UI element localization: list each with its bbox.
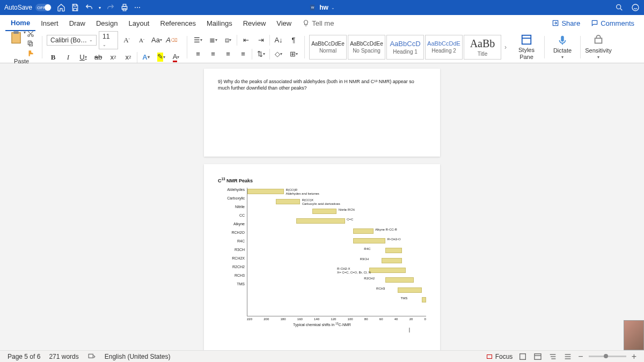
- quick-access-toolbar: ▾ ⋯: [57, 3, 142, 12]
- home-icon[interactable]: [57, 3, 65, 12]
- comments-label: Comments: [601, 19, 634, 27]
- highlight-button[interactable]: ✎ ▾: [155, 51, 167, 63]
- search-icon[interactable]: [615, 3, 624, 12]
- svg-rect-15: [522, 35, 531, 45]
- borders-button[interactable]: ⊞ ▾: [287, 48, 300, 60]
- style-heading-1[interactable]: AaBbCcDHeading 1: [386, 35, 424, 60]
- undo-chevron-icon[interactable]: ▾: [99, 5, 101, 10]
- document-area: 9) Why do the peaks of associated with a…: [0, 63, 644, 350]
- page-6[interactable]: C13 NMR Peaks Aldehydes Carboxylic Nitri…: [204, 164, 440, 350]
- underline-button[interactable]: U ▾: [77, 51, 90, 63]
- numbering-button[interactable]: ≣ ▾: [207, 34, 219, 46]
- grow-font-button[interactable]: Aˆ: [120, 34, 133, 46]
- subscript-button[interactable]: x2: [107, 51, 120, 63]
- toggle-pill[interactable]: OFF: [35, 4, 52, 11]
- zoom-in-button[interactable]: +: [632, 352, 636, 361]
- video-thumbnail[interactable]: [624, 320, 644, 350]
- chart-annotation: R2CH2: [364, 277, 375, 280]
- font-name-select[interactable]: Calibri (Bo…⌄: [47, 35, 97, 46]
- tab-design[interactable]: Design: [91, 15, 123, 31]
- paste-button[interactable]: ▾ Paste: [5, 30, 38, 64]
- spellcheck-icon[interactable]: [87, 353, 96, 360]
- tell-me[interactable]: Tell me: [297, 15, 339, 31]
- align-center-button[interactable]: ≡: [207, 48, 219, 60]
- tab-home[interactable]: Home: [5, 15, 35, 31]
- focus-mode[interactable]: Focus: [486, 353, 513, 360]
- word-count[interactable]: 271 words: [49, 353, 78, 360]
- redo-icon[interactable]: [106, 3, 115, 12]
- align-left-button[interactable]: ≡: [192, 48, 204, 60]
- clear-formatting-button[interactable]: A⌫: [165, 34, 178, 46]
- style-heading-2[interactable]: AaBbCcDdEHeading 2: [425, 35, 463, 60]
- cut-icon[interactable]: [27, 30, 34, 38]
- copy-icon[interactable]: [27, 40, 34, 47]
- chart-annotation: Alkyne R-CC-R: [375, 228, 397, 231]
- sort-button[interactable]: A↓: [272, 34, 285, 46]
- style-normal[interactable]: AaBbCcDdEeNormal: [309, 35, 347, 60]
- chart-title: C13 NMR Peaks: [218, 177, 426, 183]
- strikethrough-button[interactable]: ab: [92, 51, 105, 63]
- tab-layout[interactable]: Layout: [123, 15, 155, 31]
- paragraph-group: ☰ ▾ ≣ ▾ ⧈ ▾ ⇤ ⇥ A↓ ¶ ≡ ≡ ≡ ≡ ⇅ ▾ ◇ ▾ ⊞ ▾: [192, 34, 300, 60]
- line-spacing-button[interactable]: ⇅ ▾: [254, 48, 267, 60]
- styles-scroll[interactable]: ›: [502, 35, 509, 60]
- chart-bar: [385, 277, 414, 283]
- draft-view-icon[interactable]: [563, 352, 573, 361]
- change-case-button[interactable]: Aa ▾: [150, 34, 163, 46]
- show-marks-button[interactable]: ¶: [287, 34, 300, 46]
- multilevel-button[interactable]: ⧈ ▾: [222, 34, 235, 46]
- chart-bar: [398, 287, 422, 293]
- font-size-select[interactable]: 11 ⌄: [99, 31, 118, 49]
- tab-references[interactable]: References: [155, 15, 201, 31]
- chart-bar: [422, 297, 426, 302]
- bullets-button[interactable]: ☰ ▾: [192, 34, 204, 46]
- justify-button[interactable]: ≡: [237, 48, 250, 60]
- zoom-slider[interactable]: [589, 356, 626, 357]
- smiley-icon[interactable]: [631, 3, 640, 12]
- page-indicator[interactable]: Page 5 of 6: [8, 353, 40, 360]
- svg-rect-22: [535, 353, 541, 359]
- styles-pane-button[interactable]: Styles Pane: [513, 34, 540, 60]
- style-title[interactable]: AaBbTitle: [464, 35, 501, 60]
- more-icon[interactable]: ⋯: [134, 4, 142, 11]
- share-button[interactable]: Share: [547, 19, 584, 27]
- print-layout-view-icon[interactable]: [518, 352, 528, 361]
- align-right-button[interactable]: ≡: [222, 48, 235, 60]
- status-bar: Page 5 of 6 271 words English (United St…: [0, 350, 644, 362]
- zoom-out-button[interactable]: −: [578, 352, 583, 361]
- web-layout-view-icon[interactable]: [533, 352, 543, 361]
- page-5[interactable]: 9) Why do the peaks of associated with a…: [204, 69, 440, 157]
- paste-chevron[interactable]: ▾: [24, 30, 26, 35]
- question-text: 9) Why do the peaks of associated with a…: [218, 78, 426, 91]
- increase-indent-button[interactable]: ⇥: [254, 34, 267, 46]
- italic-button[interactable]: I: [62, 51, 75, 63]
- tab-draw[interactable]: Draw: [64, 15, 91, 31]
- format-painter-icon[interactable]: [27, 49, 34, 57]
- autosave-toggle[interactable]: AutoSave OFF: [4, 4, 52, 11]
- shading-button[interactable]: ◇ ▾: [272, 48, 285, 60]
- undo-icon[interactable]: [85, 3, 93, 12]
- sensitivity-button[interactable]: Sensitivity ▾: [585, 34, 612, 60]
- dictate-button[interactable]: Dictate ▾: [549, 34, 576, 60]
- doc-chevron-icon[interactable]: ⌄: [331, 5, 335, 10]
- language-indicator[interactable]: English (United States): [105, 353, 171, 360]
- style-no-spacing[interactable]: AaBbCcDdEeNo Spacing: [348, 35, 385, 60]
- tab-view[interactable]: View: [271, 15, 297, 31]
- shrink-font-button[interactable]: Aˇ: [135, 34, 148, 46]
- chart-annotation: R-CH2-X: [337, 267, 350, 270]
- outline-view-icon[interactable]: [548, 352, 558, 361]
- decrease-indent-button[interactable]: ⇤: [239, 34, 252, 46]
- save-icon[interactable]: [71, 3, 79, 12]
- comments-button[interactable]: Comments: [587, 19, 639, 27]
- superscript-button[interactable]: x2: [122, 51, 135, 63]
- tab-insert[interactable]: Insert: [35, 15, 64, 31]
- print-icon[interactable]: [120, 3, 129, 12]
- svg-rect-17: [561, 36, 564, 42]
- tab-review[interactable]: Review: [238, 15, 272, 31]
- tab-mailings[interactable]: Mailings: [201, 15, 238, 31]
- svg-point-7: [632, 4, 639, 11]
- font-color-button[interactable]: A ▾: [170, 51, 182, 63]
- text-cursor: |: [218, 327, 426, 333]
- text-effects-button[interactable]: A ▾: [140, 51, 152, 63]
- bold-button[interactable]: B: [47, 51, 60, 63]
